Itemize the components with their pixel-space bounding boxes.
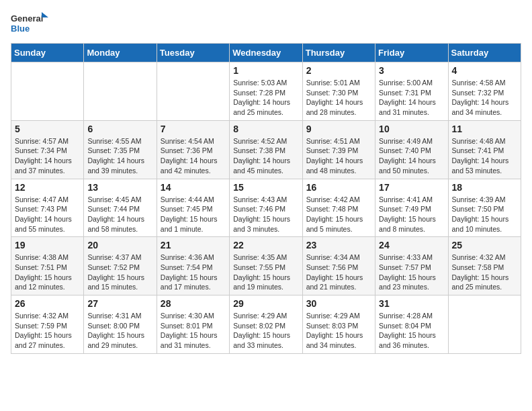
- day-info: Sunrise: 4:33 AM Sunset: 7:57 PM Dayligh…: [379, 253, 444, 292]
- col-header-tuesday: Tuesday: [157, 44, 229, 62]
- day-number: 16: [306, 182, 371, 193]
- day-number: 21: [161, 240, 226, 250]
- calendar-cell: 11Sunrise: 4:48 AM Sunset: 7:41 PM Dayli…: [448, 120, 521, 179]
- calendar-cell: 3Sunrise: 5:00 AM Sunset: 7:31 PM Daylig…: [375, 62, 448, 121]
- calendar-cell: 27Sunrise: 4:31 AM Sunset: 8:00 PM Dayli…: [84, 295, 157, 354]
- calendar-cell: 2Sunrise: 5:01 AM Sunset: 7:30 PM Daylig…: [302, 62, 375, 121]
- day-number: 6: [87, 124, 152, 134]
- day-number: 25: [452, 240, 517, 250]
- calendar-cell: 5Sunrise: 4:57 AM Sunset: 7:34 PM Daylig…: [11, 120, 84, 179]
- day-info: Sunrise: 4:52 AM Sunset: 7:38 PM Dayligh…: [233, 136, 298, 176]
- day-info: Sunrise: 4:51 AM Sunset: 7:39 PM Dayligh…: [306, 136, 371, 176]
- day-info: Sunrise: 4:30 AM Sunset: 8:01 PM Dayligh…: [161, 311, 226, 351]
- calendar-cell: 18Sunrise: 4:39 AM Sunset: 7:50 PM Dayli…: [448, 179, 521, 237]
- day-number: 20: [87, 240, 152, 250]
- day-number: 3: [379, 65, 444, 76]
- calendar-cell: 25Sunrise: 4:32 AM Sunset: 7:58 PM Dayli…: [448, 237, 521, 295]
- day-info: Sunrise: 4:32 AM Sunset: 7:58 PM Dayligh…: [452, 253, 517, 292]
- calendar-week-row: 1Sunrise: 5:03 AM Sunset: 7:28 PM Daylig…: [11, 62, 521, 121]
- day-info: Sunrise: 4:43 AM Sunset: 7:46 PM Dayligh…: [233, 195, 298, 234]
- day-number: 31: [379, 298, 444, 309]
- calendar-cell: 21Sunrise: 4:36 AM Sunset: 7:54 PM Dayli…: [157, 237, 229, 295]
- day-info: Sunrise: 4:55 AM Sunset: 7:35 PM Dayligh…: [87, 136, 152, 176]
- col-header-sunday: Sunday: [11, 44, 84, 62]
- day-info: Sunrise: 4:42 AM Sunset: 7:48 PM Dayligh…: [306, 195, 371, 234]
- day-number: 30: [306, 298, 371, 309]
- day-info: Sunrise: 4:49 AM Sunset: 7:40 PM Dayligh…: [379, 136, 444, 176]
- logo-svg: GeneralBlue: [11, 11, 51, 35]
- day-number: 4: [452, 65, 517, 76]
- day-number: 18: [452, 182, 517, 193]
- day-info: Sunrise: 4:34 AM Sunset: 7:56 PM Dayligh…: [306, 253, 371, 292]
- calendar-cell: 6Sunrise: 4:55 AM Sunset: 7:35 PM Daylig…: [84, 120, 157, 179]
- day-number: 1: [233, 65, 298, 76]
- day-info: Sunrise: 4:54 AM Sunset: 7:36 PM Dayligh…: [161, 136, 226, 176]
- day-number: 9: [306, 124, 371, 134]
- calendar-week-row: 19Sunrise: 4:38 AM Sunset: 7:51 PM Dayli…: [11, 237, 521, 295]
- day-info: Sunrise: 4:38 AM Sunset: 7:51 PM Dayligh…: [15, 253, 80, 292]
- day-number: 27: [87, 298, 152, 309]
- calendar-cell: 10Sunrise: 4:49 AM Sunset: 7:40 PM Dayli…: [375, 120, 448, 179]
- day-info: Sunrise: 5:00 AM Sunset: 7:31 PM Dayligh…: [379, 78, 444, 118]
- calendar-header-row: SundayMondayTuesdayWednesdayThursdayFrid…: [11, 44, 521, 62]
- calendar-cell: 15Sunrise: 4:43 AM Sunset: 7:46 PM Dayli…: [230, 179, 302, 237]
- calendar-cell: 19Sunrise: 4:38 AM Sunset: 7:51 PM Dayli…: [11, 237, 84, 295]
- day-number: 5: [15, 124, 80, 134]
- day-number: 13: [87, 182, 152, 193]
- day-number: 17: [379, 182, 444, 193]
- calendar-cell: 4Sunrise: 4:58 AM Sunset: 7:32 PM Daylig…: [448, 62, 521, 121]
- calendar-cell: 16Sunrise: 4:42 AM Sunset: 7:48 PM Dayli…: [302, 179, 375, 237]
- logo: GeneralBlue: [11, 11, 51, 35]
- svg-marker-2: [42, 12, 48, 17]
- calendar-cell: 17Sunrise: 4:41 AM Sunset: 7:49 PM Dayli…: [375, 179, 448, 237]
- day-info: Sunrise: 4:41 AM Sunset: 7:49 PM Dayligh…: [379, 195, 444, 234]
- col-header-friday: Friday: [375, 44, 448, 62]
- day-info: Sunrise: 4:28 AM Sunset: 8:04 PM Dayligh…: [379, 311, 444, 351]
- day-info: Sunrise: 4:47 AM Sunset: 7:43 PM Dayligh…: [15, 195, 80, 234]
- calendar-cell: 26Sunrise: 4:32 AM Sunset: 7:59 PM Dayli…: [11, 295, 84, 354]
- day-number: 14: [161, 182, 226, 193]
- calendar-cell: 30Sunrise: 4:29 AM Sunset: 8:03 PM Dayli…: [302, 295, 375, 354]
- calendar-cell: 12Sunrise: 4:47 AM Sunset: 7:43 PM Dayli…: [11, 179, 84, 237]
- calendar-cell: [448, 295, 521, 354]
- day-info: Sunrise: 4:35 AM Sunset: 7:55 PM Dayligh…: [233, 253, 298, 292]
- calendar-table: SundayMondayTuesdayWednesdayThursdayFrid…: [11, 43, 521, 354]
- calendar-week-row: 12Sunrise: 4:47 AM Sunset: 7:43 PM Dayli…: [11, 179, 521, 237]
- calendar-cell: 28Sunrise: 4:30 AM Sunset: 8:01 PM Dayli…: [157, 295, 229, 354]
- col-header-wednesday: Wednesday: [230, 44, 302, 62]
- day-number: 22: [233, 240, 298, 250]
- day-info: Sunrise: 5:03 AM Sunset: 7:28 PM Dayligh…: [233, 78, 298, 118]
- day-number: 15: [233, 182, 298, 193]
- calendar-cell: 31Sunrise: 4:28 AM Sunset: 8:04 PM Dayli…: [375, 295, 448, 354]
- page-header: GeneralBlue: [11, 11, 521, 35]
- calendar-week-row: 26Sunrise: 4:32 AM Sunset: 7:59 PM Dayli…: [11, 295, 521, 354]
- day-number: 12: [15, 182, 80, 193]
- day-number: 29: [233, 298, 298, 309]
- day-info: Sunrise: 4:44 AM Sunset: 7:45 PM Dayligh…: [161, 195, 226, 234]
- calendar-cell: 24Sunrise: 4:33 AM Sunset: 7:57 PM Dayli…: [375, 237, 448, 295]
- day-number: 28: [161, 298, 226, 309]
- svg-text:Blue: Blue: [11, 24, 30, 34]
- day-info: Sunrise: 4:31 AM Sunset: 8:00 PM Dayligh…: [87, 311, 152, 351]
- day-number: 11: [452, 124, 517, 134]
- day-info: Sunrise: 4:45 AM Sunset: 7:44 PM Dayligh…: [87, 195, 152, 234]
- day-number: 24: [379, 240, 444, 250]
- calendar-cell: 23Sunrise: 4:34 AM Sunset: 7:56 PM Dayli…: [302, 237, 375, 295]
- day-number: 10: [379, 124, 444, 134]
- calendar-cell: [157, 62, 229, 121]
- day-info: Sunrise: 4:39 AM Sunset: 7:50 PM Dayligh…: [452, 195, 517, 234]
- day-info: Sunrise: 4:32 AM Sunset: 7:59 PM Dayligh…: [15, 311, 80, 351]
- calendar-cell: 7Sunrise: 4:54 AM Sunset: 7:36 PM Daylig…: [157, 120, 229, 179]
- day-info: Sunrise: 5:01 AM Sunset: 7:30 PM Dayligh…: [306, 78, 371, 118]
- col-header-thursday: Thursday: [302, 44, 375, 62]
- day-info: Sunrise: 4:29 AM Sunset: 8:03 PM Dayligh…: [306, 311, 371, 351]
- calendar-cell: 9Sunrise: 4:51 AM Sunset: 7:39 PM Daylig…: [302, 120, 375, 179]
- calendar-cell: [11, 62, 84, 121]
- svg-text:General: General: [11, 13, 43, 24]
- col-header-monday: Monday: [84, 44, 157, 62]
- day-info: Sunrise: 4:36 AM Sunset: 7:54 PM Dayligh…: [161, 253, 226, 292]
- day-info: Sunrise: 4:58 AM Sunset: 7:32 PM Dayligh…: [452, 78, 517, 118]
- col-header-saturday: Saturday: [448, 44, 521, 62]
- day-number: 2: [306, 65, 371, 76]
- calendar-cell: 20Sunrise: 4:37 AM Sunset: 7:52 PM Dayli…: [84, 237, 157, 295]
